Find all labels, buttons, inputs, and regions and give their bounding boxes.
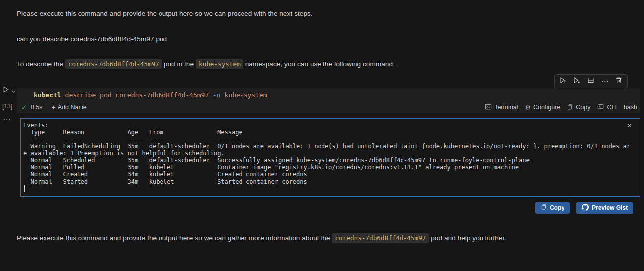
- copy-icon: [541, 204, 547, 212]
- execution-count: [13]: [2, 103, 12, 110]
- intro-text: To describe the: [17, 60, 65, 68]
- execution-duration: 0.5s: [31, 104, 43, 111]
- add-name-button[interactable]: Add Name: [52, 103, 87, 111]
- statusbar-copy[interactable]: Copy: [567, 103, 590, 112]
- github-icon: [582, 204, 589, 212]
- terminal-cursor: [24, 185, 25, 192]
- code-flag: -n: [213, 91, 221, 99]
- inline-code-pod-name: coredns-7db6d8ff4d-45m97: [65, 59, 162, 69]
- cell-output-text: Events: Type Reason Age From Message ---…: [21, 119, 640, 185]
- code-args: describe pod coredns-7db6d8ff4d-45m97: [61, 91, 213, 99]
- preview-gist-button[interactable]: Preview Gist: [576, 202, 633, 214]
- delete-cell-button[interactable]: [613, 75, 625, 87]
- statusbar-terminal[interactable]: Terminal: [485, 103, 518, 112]
- statusbar-language-label: bash: [624, 104, 637, 111]
- output-more-actions-button[interactable]: [3, 115, 11, 124]
- gear-icon: [525, 104, 531, 111]
- statusbar-cli-label: CLI: [607, 104, 616, 111]
- trash-icon: [615, 76, 623, 86]
- statusbar-configure-label: Configure: [533, 104, 560, 111]
- cell-status-left: 0.5s Add Name: [17, 103, 87, 111]
- split-cell-button[interactable]: [585, 75, 597, 87]
- assistant-intro: To describe the coredns-7db6d8ff4d-45m97…: [17, 60, 395, 68]
- play-down-icon: [573, 76, 581, 86]
- intro-text: namespace, you can use the following com…: [243, 60, 395, 68]
- statusbar-cli[interactable]: CLI: [597, 103, 616, 112]
- copy-output-button[interactable]: Copy: [535, 202, 570, 214]
- chat-paragraph-top: Please execute this command and provide …: [17, 10, 313, 17]
- code-cell[interactable]: kubectl describe pod coredns-7db6d8ff4d-…: [17, 88, 640, 113]
- statusbar-language[interactable]: bash: [624, 104, 637, 111]
- split-cell-icon: [587, 76, 595, 86]
- code-command: kubectl: [34, 91, 61, 99]
- cell-status-right: Terminal Configure Copy CLI bash: [485, 103, 640, 112]
- code-line[interactable]: kubectl describe pod coredns-7db6d8ff4d-…: [34, 91, 267, 99]
- assistant-followup: Please execute this command and provide …: [17, 234, 506, 242]
- statusbar-configure[interactable]: Configure: [525, 104, 560, 111]
- play-up-icon: [559, 76, 567, 86]
- copy-output-label: Copy: [550, 204, 564, 211]
- run-cell-button[interactable]: [2, 86, 16, 95]
- terminal-icon: [485, 103, 492, 112]
- execute-above-button[interactable]: [557, 75, 569, 87]
- intro-text: pod in the: [162, 60, 196, 68]
- chevron-down-icon[interactable]: [11, 86, 16, 95]
- plus-icon: [52, 103, 56, 111]
- statusbar-copy-label: Copy: [576, 104, 590, 111]
- more-actions-button[interactable]: [599, 75, 611, 87]
- statusbar-terminal-label: Terminal: [494, 104, 518, 111]
- preview-gist-label: Preview Gist: [592, 204, 628, 211]
- close-output-button[interactable]: [625, 121, 634, 130]
- code-namespace: kube-system: [221, 91, 267, 99]
- cell-toolbar: [554, 74, 628, 88]
- inline-code-pod-name: coredns-7db6d8ff4d-45m97: [332, 233, 429, 243]
- copy-icon: [567, 103, 573, 112]
- user-question: can you describe coredns-7db6d8ff4d-45m9…: [17, 35, 167, 43]
- execute-below-button[interactable]: [571, 75, 583, 87]
- cell-output-panel: Events: Type Reason Age From Message ---…: [20, 118, 640, 197]
- output-actions: Copy Preview Gist: [535, 202, 633, 214]
- add-name-label: Add Name: [58, 104, 87, 111]
- followup-text: Please execute this command and provide …: [17, 234, 332, 242]
- success-check-icon: [21, 104, 27, 111]
- cell-statusbar: 0.5s Add Name Terminal Configure: [17, 101, 640, 113]
- followup-text: pod and help you further.: [429, 234, 506, 242]
- play-icon: [2, 86, 10, 95]
- cli-icon: [597, 103, 604, 112]
- inline-code-namespace: kube-system: [196, 59, 243, 69]
